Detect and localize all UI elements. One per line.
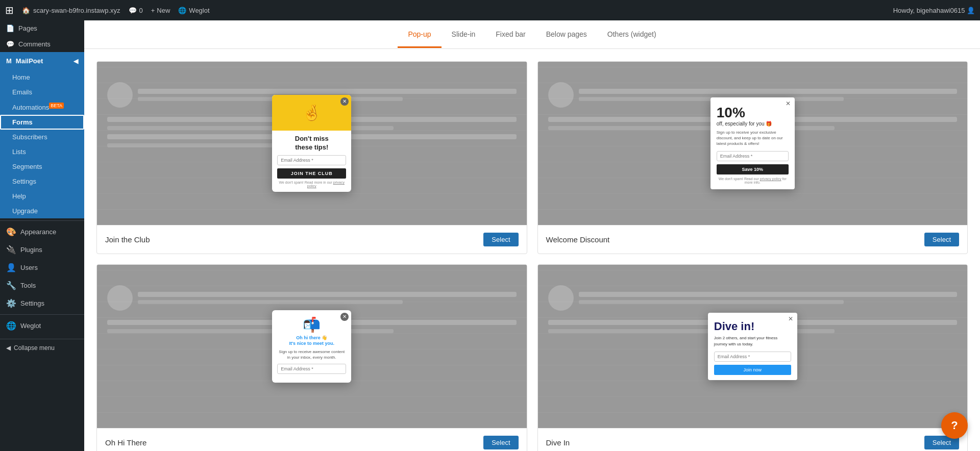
popup-close-icon-4: ✕ (788, 315, 793, 322)
home-icon: 🏠 (22, 7, 30, 14)
template-footer-oh-hi-there: Oh Hi There Select (97, 428, 527, 451)
popup-emoji: 🤞 (302, 104, 321, 121)
sidebar-item-weglot[interactable]: 🌐 Weglot (0, 317, 84, 335)
sidebar-divider (0, 220, 84, 221)
comments-nav-icon: 💬 (6, 40, 14, 48)
popup-title-oh-hi: Oh hi there 👋It's nice to meet you. (277, 335, 346, 347)
sidebar-item-upgrade[interactable]: Upgrade (0, 204, 84, 218)
sidebar-item-subscribers[interactable]: Subscribers (0, 130, 84, 144)
settings-label: Settings (20, 299, 44, 307)
popup-header-banner: 🤞 (272, 95, 351, 131)
plugins-label: Plugins (20, 246, 42, 254)
new-label: New (157, 7, 170, 14)
weglot-sidebar-label: Weglot (20, 322, 41, 330)
popup-background-2: ✕ 10% off, especially for you 🎁 Sign up … (538, 62, 968, 225)
popup-percent: 10% (717, 105, 789, 121)
weglot-icon: 🌐 (178, 7, 186, 14)
templates-grid: ✕ 🤞 Don't missthese tips! JOIN THE CLUB … (84, 49, 980, 451)
collapse-menu-button[interactable]: ◀ Collapse menu (0, 339, 84, 357)
popup-dive-heading: Dive in! (714, 320, 791, 333)
tab-fixedbar[interactable]: Fixed bar (485, 22, 535, 48)
site-link[interactable]: 🏠 scary-swan-b9fro.instawp.xyz (22, 7, 120, 14)
sidebar-pages-label: Pages (18, 24, 37, 32)
wp-logo-icon: ⊞ (5, 4, 14, 16)
popup-email-input[interactable] (277, 155, 346, 165)
popup-card-join-club: ✕ 🤞 Don't missthese tips! JOIN THE CLUB … (272, 95, 351, 192)
popup-background-4: ✕ Dive in! Join 2 others, and start your… (538, 265, 968, 428)
main-layout: 📄 Pages 💬 Comments M MailPoet ◀ Home Ema… (0, 20, 980, 451)
tab-widget[interactable]: Others (widget) (597, 22, 667, 48)
pages-icon: 📄 (6, 24, 14, 32)
help-icon: ? (951, 419, 958, 432)
tabs-bar: Pop-up Slide-in Fixed bar Below pages Ot… (84, 20, 980, 49)
mailpoet-arrow-icon: ◀ (74, 58, 78, 65)
template-preview-join-the-club: ✕ 🤞 Don't missthese tips! JOIN THE CLUB … (97, 62, 527, 225)
mailpoet-icon: M (6, 57, 12, 65)
popup-card-dive-in: ✕ Dive in! Join 2 others, and start your… (708, 313, 797, 380)
popup-spam-text: We don't spam! Read more in our privacy … (277, 181, 346, 188)
popup-close-icon-3: ✕ (340, 313, 349, 321)
sidebar-item-segments[interactable]: Segments (0, 159, 84, 174)
tab-belowpages[interactable]: Below pages (536, 22, 597, 48)
user-greeting: Howdy, bigehahawi0615 👤 (893, 7, 975, 14)
content-area: Pop-up Slide-in Fixed bar Below pages Ot… (84, 20, 980, 451)
popup-close-icon-2: ✕ (786, 100, 791, 107)
users-icon: 👤 (6, 263, 16, 272)
popup-email-input-4[interactable] (714, 352, 791, 362)
tools-icon: 🔧 (6, 281, 16, 290)
sidebar-item-automations[interactable]: AutomationsBETA (0, 99, 84, 115)
popup-background-3: ✕ 📬 Oh hi there 👋It's nice to meet you. … (97, 265, 527, 428)
weglot-label: Weglot (189, 7, 209, 14)
sidebar-item-appearance[interactable]: 🎨 Appearance (0, 223, 84, 241)
template-footer-welcome-discount: Welcome Discount Select (538, 225, 968, 254)
mailpoet-subnav: Home Emails AutomationsBETA Forms Subscr… (0, 70, 84, 218)
sidebar-item-forms[interactable]: Forms (0, 115, 84, 130)
template-name-oh-hi-there: Oh Hi There (105, 438, 146, 447)
sidebar-item-tools[interactable]: 🔧 Tools (0, 277, 84, 294)
popup-close-icon: ✕ (340, 97, 349, 106)
mailpoet-header[interactable]: M MailPoet ◀ (0, 52, 84, 70)
popup-submit-button-4[interactable]: Join now (714, 365, 791, 375)
template-card-join-the-club: ✕ 🤞 Don't missthese tips! JOIN THE CLUB … (96, 61, 527, 254)
appearance-label: Appearance (20, 228, 56, 236)
select-button-oh-hi-there[interactable]: Select (483, 436, 518, 449)
help-fab-button[interactable]: ? (941, 412, 968, 439)
sidebar-item-pages[interactable]: 📄 Pages (0, 20, 84, 36)
select-button-welcome-discount[interactable]: Select (924, 233, 959, 246)
comments-link[interactable]: 💬 0 (129, 7, 143, 14)
sidebar-item-users[interactable]: 👤 Users (0, 259, 84, 277)
sidebar-item-help[interactable]: Help (0, 189, 84, 204)
collapse-label: Collapse menu (14, 344, 55, 352)
template-name-join-club: Join the Club (105, 235, 150, 244)
sidebar-item-settings-main[interactable]: ⚙️ Settings (0, 294, 84, 312)
template-card-welcome-discount: ✕ 10% off, especially for you 🎁 Sign up … (537, 61, 968, 254)
sidebar-divider-2 (0, 314, 84, 315)
popup-mailbox-icon: 📬 (277, 316, 346, 333)
popup-email-input-3[interactable] (277, 364, 346, 374)
popup-submit-button[interactable]: JOIN THE CLUB (277, 168, 346, 179)
popup-email-input-2[interactable] (717, 151, 789, 161)
plugins-icon: 🔌 (6, 245, 16, 255)
plus-icon: + (151, 7, 155, 14)
sidebar-item-comments[interactable]: 💬 Comments (0, 36, 84, 52)
popup-heading: Don't missthese tips! (277, 135, 346, 152)
tab-popup[interactable]: Pop-up (398, 22, 441, 48)
template-footer-dive-in: Dive In Select (538, 428, 968, 451)
popup-card-welcome-discount: ✕ 10% off, especially for you 🎁 Sign up … (710, 97, 795, 190)
new-button[interactable]: + New (151, 7, 170, 14)
mailpoet-section: M MailPoet ◀ Home Emails AutomationsBETA… (0, 52, 84, 218)
sidebar-item-plugins[interactable]: 🔌 Plugins (0, 241, 84, 259)
popup-spam-text-2: We don't spam! Read our privacy policy f… (717, 177, 789, 184)
comments-icon: 💬 (129, 7, 137, 14)
sidebar-item-home[interactable]: Home (0, 70, 84, 85)
mailpoet-label: MailPoet (16, 57, 43, 65)
weglot-menu[interactable]: 🌐 Weglot (178, 7, 209, 14)
sidebar-item-emails[interactable]: Emails (0, 85, 84, 99)
sidebar-item-lists[interactable]: Lists (0, 144, 84, 159)
template-card-dive-in: ✕ Dive in! Join 2 others, and start your… (537, 264, 968, 451)
tab-slidein[interactable]: Slide-in (442, 22, 486, 48)
popup-submit-button-2[interactable]: Save 10% (717, 164, 789, 174)
select-button-join-club[interactable]: Select (483, 233, 518, 246)
sidebar-item-settings[interactable]: Settings (0, 174, 84, 189)
template-preview-oh-hi-there: ✕ 📬 Oh hi there 👋It's nice to meet you. … (97, 265, 527, 428)
